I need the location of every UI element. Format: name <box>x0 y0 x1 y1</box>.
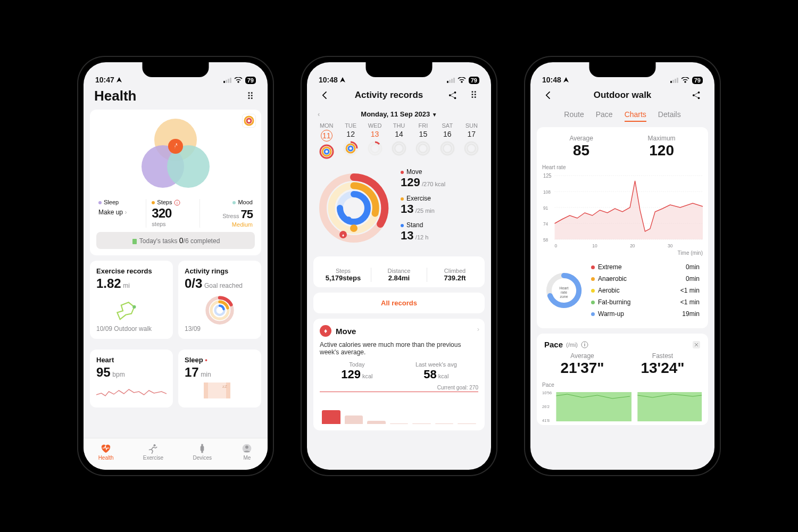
hr-maximum: Maximum120 <box>648 135 676 159</box>
svg-text:74: 74 <box>543 221 548 227</box>
tab-details[interactable]: Details <box>658 110 681 122</box>
svg-point-45 <box>345 217 352 223</box>
stat-stand[interactable]: Stand 13 /12 h <box>401 221 481 243</box>
all-records-button[interactable]: All records <box>313 293 485 313</box>
move-last-week: Last week's avg58 kcal <box>415 361 457 381</box>
svg-text:26'2: 26'2 <box>542 404 550 409</box>
day-mon[interactable]: MON11 <box>314 122 338 160</box>
home-indicator[interactable] <box>591 471 654 473</box>
home-indicator[interactable] <box>367 471 431 473</box>
exercise-records-card[interactable]: Exercise records 1.82 mi 10/09 Outdoor w… <box>90 261 173 339</box>
svg-rect-16 <box>202 444 203 446</box>
back-button[interactable] <box>541 88 556 103</box>
mini-ring-icon <box>415 140 431 156</box>
stat-exercise[interactable]: Exercise 13 /25 min <box>401 195 481 216</box>
phone-outdoor-walk: 10:48 79 Outdoor walk Route Pace Charts … <box>524 56 721 476</box>
page-title: Activity records <box>338 90 440 101</box>
svg-point-22 <box>454 97 456 99</box>
tab-me[interactable]: Me <box>241 443 253 461</box>
share-icon[interactable] <box>445 88 460 103</box>
runner-icon <box>147 443 159 454</box>
zone-donut-icon: Heart rate zone <box>545 272 583 309</box>
legend-mood[interactable]: Mood Stress 75 Medium <box>200 199 253 228</box>
day-fri[interactable]: FRI15 <box>411 122 435 160</box>
tab-bar: Health Exercise Devices Me <box>84 438 268 470</box>
svg-text:i: i <box>584 342 586 347</box>
share-icon[interactable] <box>689 88 704 103</box>
svg-text:10'56: 10'56 <box>542 390 552 395</box>
heart-rate-card[interactable]: Average85 Maximum120 Heart rate 125 108 … <box>537 127 708 328</box>
tab-route[interactable]: Route <box>564 110 584 122</box>
location-icon <box>116 77 122 83</box>
move-card[interactable]: › ♦Move Active calories were much more t… <box>313 319 485 430</box>
stat-move[interactable]: Move 129 /270 kcal <box>401 168 481 189</box>
svg-text:20: 20 <box>630 243 635 248</box>
pace-title: Pace <box>544 340 563 349</box>
zone-extreme: Extreme0min <box>591 261 700 273</box>
zone-warm-up: Warm-up19min <box>591 308 700 320</box>
svg-text:91: 91 <box>543 205 548 211</box>
expand-icon[interactable] <box>692 340 701 349</box>
svg-text:i: i <box>177 201 178 205</box>
activity-rings-card[interactable]: Activity rings 0/3 Goal reached 13/09 <box>178 261 261 339</box>
pace-average: Average21'37" <box>560 352 604 377</box>
svg-point-25 <box>325 149 329 154</box>
location-icon <box>563 77 569 83</box>
rearrange-icon[interactable] <box>242 89 257 104</box>
svg-point-47 <box>698 92 700 94</box>
tab-devices[interactable]: Devices <box>193 443 212 461</box>
heart-rate-zones: Heart rate zone Extreme0min Anaerobic0mi… <box>542 256 703 325</box>
activity-ring-section: ♦ Move 129 /270 kcal Exercise 13 /25 min… <box>313 160 485 256</box>
svg-point-28 <box>348 146 353 151</box>
tab-charts[interactable]: Charts <box>625 110 646 122</box>
info-icon: i <box>174 200 180 206</box>
pace-card[interactable]: Pace (/mi) i Average21'37" Fastest13'24"… <box>537 334 708 425</box>
day-sun[interactable]: SUN17 <box>460 122 484 160</box>
signal-icon <box>670 78 678 83</box>
svg-text:zone: zone <box>560 295 568 298</box>
svg-point-14 <box>153 444 155 446</box>
zone-fat-burning: Fat-burning<1 min <box>591 296 700 308</box>
tasks-banner[interactable]: Today's tasks 0/6 completed <box>96 232 255 249</box>
legend-steps[interactable]: Steps i 320 steps <box>146 199 199 228</box>
day-wed[interactable]: WED13 <box>363 122 387 160</box>
svg-point-44 <box>350 225 358 232</box>
svg-point-27 <box>346 144 355 153</box>
summary-legend: Sleep Make up › Steps i 320 steps Mood S… <box>96 196 255 228</box>
more-icon[interactable] <box>466 88 480 103</box>
tab-exercise[interactable]: Exercise <box>143 443 163 461</box>
screen: 10:48 79 Activity records ‹ Monday, 11 S… <box>307 62 491 470</box>
move-today: Today129 kcal <box>341 361 372 381</box>
tab-pace[interactable]: Pace <box>596 110 613 122</box>
back-button[interactable] <box>318 88 332 103</box>
move-bar-chart <box>320 392 478 424</box>
day-tue[interactable]: TUE12 <box>338 122 362 160</box>
mini-ring-icon <box>439 140 455 156</box>
mini-ring-icon <box>391 140 407 156</box>
tab-health[interactable]: Health <box>98 443 114 461</box>
metrics-card[interactable]: Steps5,179steps Distance2.84mi Climbed73… <box>313 256 485 287</box>
hr-x-axis-label: Time (min) <box>542 250 703 256</box>
heart-rate-chart: 125 108 91 74 58 0 10 20 30 <box>542 170 703 250</box>
home-indicator[interactable] <box>144 471 207 473</box>
prev-date-icon[interactable]: ‹ <box>318 110 320 118</box>
watch-icon <box>196 443 208 454</box>
mini-ring-icon <box>319 144 335 160</box>
sleep-card[interactable]: Sleep • 17 min zZ <box>178 350 261 408</box>
svg-text:♦: ♦ <box>342 233 344 238</box>
heart-card[interactable]: Heart 95 bpm <box>90 350 173 408</box>
legend-sleep[interactable]: Sleep Make up › <box>98 199 146 228</box>
info-icon[interactable]: i <box>581 341 588 348</box>
rings-icon <box>185 291 255 325</box>
notch <box>366 62 433 77</box>
svg-point-48 <box>698 97 700 99</box>
fire-icon: ♦ <box>320 325 331 337</box>
signal-icon <box>223 78 231 83</box>
date-selector[interactable]: ‹ Monday, 11 Sep 2023 ▼ <box>313 108 485 122</box>
task-icon <box>131 238 138 245</box>
summary-card[interactable]: Sleep Make up › Steps i 320 steps Mood S… <box>90 110 261 255</box>
mini-ring-icon <box>343 140 359 156</box>
day-sat[interactable]: SAT16 <box>435 122 459 160</box>
day-thu[interactable]: THU14 <box>387 122 411 160</box>
health-clover <box>96 116 255 196</box>
